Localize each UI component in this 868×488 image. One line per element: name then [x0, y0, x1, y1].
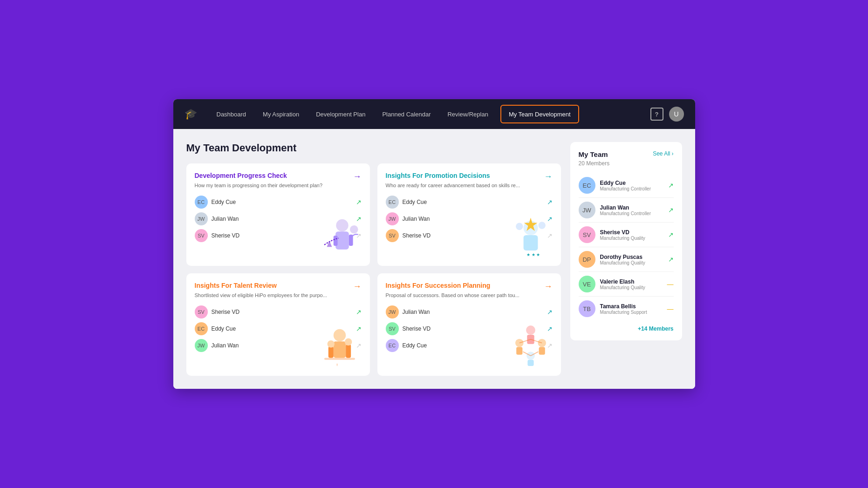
- svg-rect-27: [527, 360, 533, 366]
- trend-icon: ↗: [356, 198, 362, 206]
- svg-point-20: [526, 325, 535, 335]
- team-member-row: DP Dorothy Puscas Manufacturing Quality …: [579, 247, 674, 272]
- team-member-row: EC Eddy Cue Manufacturing Controller ↗: [579, 173, 674, 198]
- team-member-role: Manufacturing Controller: [600, 186, 663, 191]
- user-avatar[interactable]: U: [669, 107, 684, 122]
- team-member-avatar: DP: [579, 251, 595, 268]
- trend-icon: ↗: [356, 308, 362, 316]
- nav-items: DashboardMy AspirationDevelopment PlanPl…: [208, 99, 650, 129]
- card-title: Insights For Promotion Decisions: [386, 172, 553, 179]
- svg-rect-18: [324, 358, 355, 359]
- main-content: My Team Development Development Progress…: [173, 129, 695, 389]
- member-avatar: JW: [386, 212, 399, 225]
- card-illustration: [505, 320, 556, 371]
- svg-rect-15: [346, 345, 351, 358]
- member-avatar: SV: [195, 305, 208, 319]
- cards-grid: Development Progress Check → How my team…: [186, 163, 561, 376]
- member-name: Sherise VD: [212, 309, 352, 315]
- card-navigate-arrow[interactable]: →: [544, 282, 553, 291]
- more-members-link[interactable]: +14 Members: [579, 325, 674, 332]
- chevron-right-icon: ›: [672, 150, 674, 157]
- team-member-role: Manufacturing Controller: [600, 211, 663, 216]
- svg-rect-13: [333, 341, 345, 358]
- svg-rect-25: [539, 347, 545, 355]
- team-member-avatar: JW: [579, 202, 595, 218]
- team-member-row: TB Tamara Bellis Manufacturing Support —: [579, 297, 674, 321]
- team-member-name: Eddy Cue: [600, 180, 663, 186]
- team-member-avatar: SV: [579, 226, 595, 243]
- page-title: My Team Development: [186, 142, 561, 154]
- content-area: My Team Development Development Progress…: [186, 142, 561, 376]
- member-row: EC Eddy Cue ↗: [195, 196, 362, 209]
- svg-point-0: [336, 219, 348, 231]
- card-title: Development Progress Check: [195, 172, 362, 179]
- nav-item-planned-calendar[interactable]: Planned Calendar: [374, 99, 439, 129]
- team-member-info: Sherise VD Manufacturing Quality: [600, 229, 663, 241]
- team-member-row: VE Valerie Elash Manufacturing Quality —: [579, 272, 674, 297]
- team-sidebar: My Team See All › 20 Members EC Eddy Cue…: [570, 142, 682, 340]
- card-navigate-arrow[interactable]: →: [353, 282, 362, 291]
- svg-rect-7: [523, 235, 538, 251]
- team-member-name: Dorothy Puscas: [600, 254, 663, 260]
- card-subtitle: Proposal of successors. Based on whose c…: [386, 292, 553, 299]
- card-navigate-arrow[interactable]: →: [353, 172, 362, 182]
- svg-point-10: [516, 223, 523, 230]
- svg-rect-2: [333, 236, 337, 246]
- team-member-info: Eddy Cue Manufacturing Controller: [600, 180, 663, 191]
- member-avatar: SV: [386, 322, 399, 335]
- svg-text:!: !: [336, 363, 337, 367]
- svg-text:★ ★ ★: ★ ★ ★: [526, 252, 540, 257]
- nav-item-my-aspiration[interactable]: My Aspiration: [254, 99, 308, 129]
- trend-icon: —: [667, 280, 674, 288]
- card-promotion: Insights For Promotion Decisions → Who a…: [377, 163, 561, 266]
- card-succession: Insights For Succession Planning → Propo…: [377, 273, 561, 376]
- card-title: Insights For Succession Planning: [386, 282, 553, 289]
- team-member-name: Valerie Elash: [600, 278, 663, 285]
- svg-point-9: [538, 222, 545, 229]
- card-title: Insights For Talent Review: [195, 282, 362, 289]
- see-all-link[interactable]: See All ›: [653, 150, 673, 157]
- team-member-avatar: VE: [579, 276, 595, 292]
- team-member-name: Julian Wan: [600, 204, 663, 211]
- nav-item-my-team-development[interactable]: My Team Development: [500, 105, 579, 123]
- team-member-name: Sherise VD: [600, 229, 663, 236]
- svg-point-16: [327, 340, 334, 347]
- sidebar-count: 20 Members: [579, 160, 674, 167]
- help-icon[interactable]: ?: [650, 108, 663, 121]
- nav-item-development-plan[interactable]: Development Plan: [308, 99, 374, 129]
- svg-point-12: [333, 329, 345, 341]
- nav-right: ? U: [650, 107, 684, 122]
- navbar: 🎓 DashboardMy AspirationDevelopment Plan…: [173, 99, 695, 129]
- member-row: SV Sherise VD ↗: [195, 305, 362, 319]
- member-name: Eddy Cue: [403, 199, 543, 205]
- svg-rect-23: [516, 347, 522, 355]
- sidebar-title: My Team: [579, 150, 608, 158]
- member-avatar: JW: [195, 339, 208, 352]
- team-member-info: Valerie Elash Manufacturing Quality: [600, 278, 663, 290]
- member-avatar: SV: [195, 229, 208, 242]
- member-avatar: JW: [386, 305, 399, 319]
- team-member-role: Manufacturing Quality: [600, 260, 663, 265]
- member-name: Julian Wan: [403, 309, 543, 315]
- trend-icon: ↗: [668, 182, 674, 189]
- team-member-role: Manufacturing Support: [600, 310, 663, 315]
- card-talent-review: Insights For Talent Review → Shortlisted…: [186, 273, 370, 376]
- svg-marker-5: [327, 241, 332, 247]
- team-member-info: Julian Wan Manufacturing Controller: [600, 204, 663, 216]
- member-avatar: EC: [386, 339, 399, 352]
- team-member-info: Dorothy Puscas Manufacturing Quality: [600, 254, 663, 265]
- nav-item-review/replan[interactable]: Review/Replan: [439, 99, 496, 129]
- sidebar-header: My Team See All ›: [579, 150, 674, 158]
- card-navigate-arrow[interactable]: →: [544, 172, 553, 182]
- card-subtitle: Shortlisted view of eligible HiPo employ…: [195, 292, 362, 299]
- member-avatar: EC: [195, 322, 208, 335]
- team-member-info: Tamara Bellis Manufacturing Support: [600, 303, 663, 315]
- team-member-avatar: TB: [579, 300, 595, 317]
- nav-item-dashboard[interactable]: Dashboard: [208, 99, 255, 129]
- trend-icon: ↗: [668, 256, 674, 263]
- svg-point-4: [350, 225, 358, 234]
- card-subtitle: Who are ready for career advancement bas…: [386, 182, 553, 189]
- trend-icon: ↗: [668, 206, 674, 214]
- member-avatar: SV: [386, 229, 399, 242]
- team-member-role: Manufacturing Quality: [600, 236, 663, 241]
